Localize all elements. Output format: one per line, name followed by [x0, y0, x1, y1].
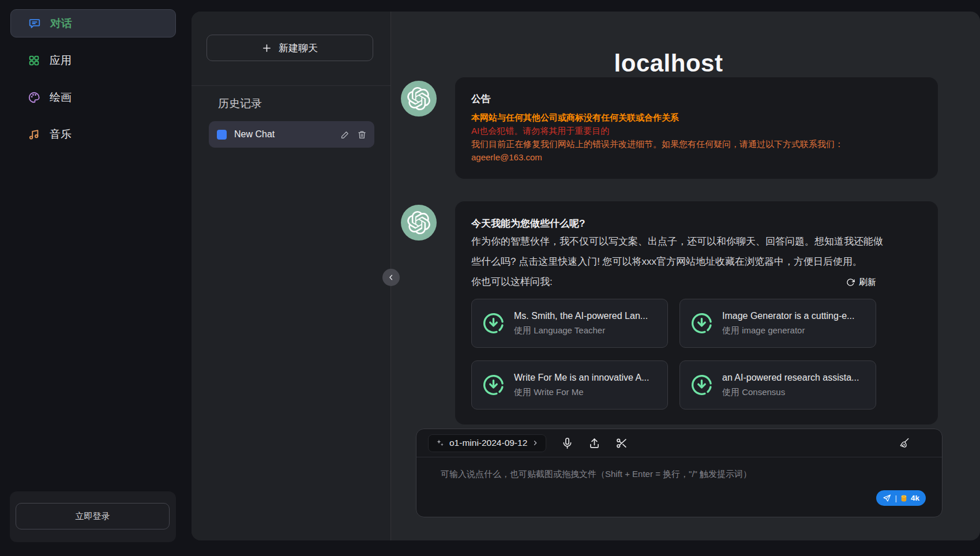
- openai-logo-icon: [407, 87, 430, 110]
- token-badge[interactable]: | 4k: [876, 490, 926, 506]
- sidebar-item-label: 绘画: [50, 90, 72, 105]
- new-chat-label: 新建聊天: [279, 42, 318, 55]
- broom-icon[interactable]: [899, 437, 910, 449]
- suggestion-subtitle: 使用 image generator: [722, 325, 854, 336]
- composer-input-area: | 4k: [416, 457, 942, 516]
- contact-email-link[interactable]: ageerle@163.com: [471, 152, 542, 162]
- composer: o1-mini-2024-09-12: [416, 429, 943, 517]
- suggestion-title: Write For Me is an innovative A...: [514, 373, 649, 383]
- model-selector[interactable]: o1-mini-2024-09-12: [428, 434, 546, 452]
- music-icon: [28, 128, 40, 141]
- history-title: 历史记录: [218, 96, 262, 111]
- assistant-avatar: [401, 81, 437, 117]
- plus-icon: [262, 43, 272, 53]
- badge-separator: |: [895, 494, 897, 502]
- suggestion-texts: Write For Me is an innovative A... 使用 Wr…: [514, 373, 649, 398]
- message-input[interactable]: [416, 457, 942, 516]
- suggestion-title: Ms. Smith, the AI-powered Lan...: [514, 311, 648, 321]
- download-circle-icon: [482, 311, 505, 335]
- scissors-icon[interactable]: [615, 437, 628, 449]
- sidebar-item-apps[interactable]: 应用: [10, 46, 176, 74]
- composer-toolbar: o1-mini-2024-09-12: [416, 429, 942, 457]
- ask-hint: 你也可以这样问我:: [471, 272, 553, 292]
- welcome-title: 今天我能为您做些什么呢?: [471, 216, 922, 231]
- chat-history-item[interactable]: New Chat: [209, 121, 374, 148]
- mic-icon[interactable]: [561, 437, 573, 449]
- sidebar-item-label: 音乐: [50, 127, 72, 142]
- suggestion-card[interactable]: an AI-powered research assista... 使用 Con…: [679, 360, 876, 410]
- login-card: 立即登录: [10, 491, 176, 542]
- suggestion-card[interactable]: Write For Me is an innovative A... 使用 Wr…: [471, 360, 668, 410]
- send-icon: [883, 494, 891, 502]
- model-name: o1-mini-2024-09-12: [449, 438, 527, 448]
- message-bubble: 公告 本网站与任何其他公司或商标没有任何关联或合作关系 AI也会犯错。请勿将其用…: [455, 77, 938, 179]
- sparkle-icon: [435, 438, 445, 448]
- chevron-left-icon: [387, 273, 395, 281]
- message-announcement: 公告 本网站与任何其他公司或商标没有任何关联或合作关系 AI也会犯错。请勿将其用…: [401, 77, 938, 179]
- upload-icon[interactable]: [588, 437, 600, 449]
- refresh-suggestions-button[interactable]: 刷新: [846, 277, 876, 292]
- openai-logo-icon: [407, 211, 430, 234]
- suggestion-texts: Ms. Smith, the AI-powered Lan... 使用 Lang…: [514, 311, 648, 336]
- suggestion-subtitle: 使用 Consensus: [722, 387, 859, 398]
- message-welcome: 今天我能为您做些什么呢? 作为你的智慧伙伴，我不仅可以写文案、出点子，还可以和你…: [401, 201, 938, 424]
- suggestion-texts: Image Generator is a cutting-e... 使用 ima…: [722, 311, 854, 336]
- page-title: localhost: [392, 50, 945, 77]
- chat-item-actions: [341, 130, 366, 139]
- suggestion-card[interactable]: Ms. Smith, the AI-powered Lan... 使用 Lang…: [471, 299, 668, 348]
- announcement-line: AI也会犯错。请勿将其用于重要目的: [471, 124, 922, 137]
- main-panel: localhost 公告 本网站与任何其他公司或商标没有任何关联或合作关系 AI…: [392, 12, 980, 540]
- announcement-line: 我们目前正在修复我们网站上的错误并改进细节。如果您有任何疑问，请通过以下方式联系…: [471, 137, 922, 151]
- sidebar-item-chat[interactable]: 对话: [10, 9, 176, 37]
- suggestion-title: an AI-powered research assista...: [722, 373, 859, 383]
- suggestion-subtitle: 使用 Language Teacher: [514, 325, 648, 336]
- trash-icon[interactable]: [358, 130, 366, 139]
- download-circle-icon: [690, 311, 714, 335]
- app-window: 新建聊天 历史记录 New Chat: [192, 12, 980, 540]
- sidebar-item-label: 对话: [50, 16, 72, 31]
- announcement-title: 公告: [471, 92, 922, 106]
- announcement-line: 本网站与任何其他公司或商标没有任何关联或合作关系: [471, 111, 922, 124]
- edit-icon[interactable]: [341, 130, 350, 139]
- suggestion-card[interactable]: Image Generator is a cutting-e... 使用 ima…: [679, 299, 876, 348]
- sidebar-item-drawing[interactable]: 绘画: [10, 83, 176, 111]
- chat-icon: [28, 17, 41, 30]
- chat-item-title: New Chat: [234, 129, 333, 140]
- apps-icon: [28, 54, 40, 67]
- login-button[interactable]: 立即登录: [16, 503, 170, 529]
- download-circle-icon: [690, 373, 714, 397]
- new-chat-button[interactable]: 新建聊天: [206, 35, 373, 61]
- sidebar-item-music[interactable]: 音乐: [10, 120, 176, 148]
- download-circle-icon: [482, 373, 505, 397]
- sidebar-item-label: 应用: [50, 53, 72, 68]
- suggestion-subtitle: 使用 Write For Me: [514, 387, 649, 398]
- suggestion-title: Image Generator is a cutting-e...: [722, 311, 854, 321]
- palette-icon: [28, 91, 40, 104]
- message-bubble: 今天我能为您做些什么呢? 作为你的智慧伙伴，我不仅可以写文案、出点子，还可以和你…: [455, 201, 938, 424]
- refresh-icon: [846, 278, 855, 287]
- divider: [192, 85, 391, 86]
- suggestion-grid: Ms. Smith, the AI-powered Lan... 使用 Lang…: [471, 299, 876, 410]
- refresh-label: 刷新: [859, 277, 876, 288]
- chevron-right-icon: [532, 439, 539, 446]
- chat-list-panel: 新建聊天 历史记录 New Chat: [192, 12, 391, 540]
- assistant-avatar: [401, 205, 437, 241]
- chat-item-avatar: [217, 130, 227, 140]
- collapse-sidebar-button[interactable]: [382, 269, 400, 286]
- coin-icon: [900, 494, 907, 502]
- token-count: 4k: [911, 494, 919, 502]
- suggestion-texts: an AI-powered research assista... 使用 Con…: [722, 373, 859, 398]
- sidebar: 对话 应用 绘画 音乐 立即登录: [0, 0, 186, 556]
- welcome-body: 作为你的智慧伙伴，我不仅可以写文案、出点子，还可以和你聊天、回答问题。想知道我还…: [471, 231, 884, 272]
